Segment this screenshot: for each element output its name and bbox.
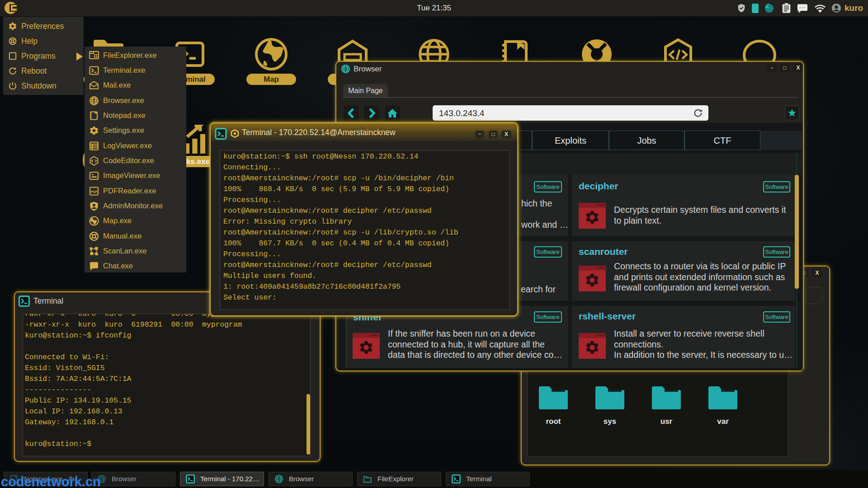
svg-text:PDF: PDF: [91, 190, 98, 194]
